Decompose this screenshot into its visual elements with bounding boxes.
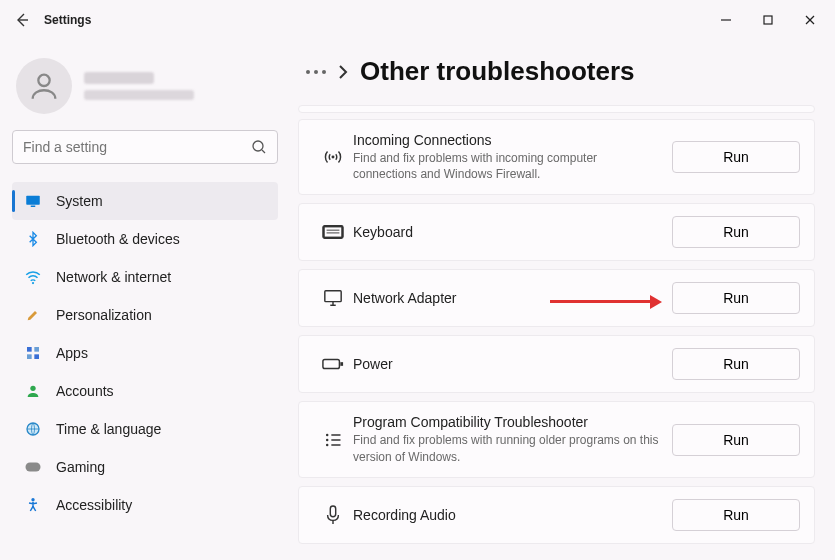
sidebar-item-label: Time & language xyxy=(56,421,161,437)
sidebar-item-system[interactable]: System xyxy=(12,182,278,220)
svg-line-6 xyxy=(262,150,265,153)
person-icon xyxy=(24,382,42,400)
close-button[interactable] xyxy=(801,11,819,29)
main-panel: Other troubleshooters Incoming Connectio… xyxy=(290,40,835,560)
monitor-icon xyxy=(24,192,42,210)
card-description: Find and fix problems with incoming comp… xyxy=(353,150,660,182)
search-input[interactable] xyxy=(23,139,251,155)
minimize-button[interactable] xyxy=(717,11,735,29)
brush-icon xyxy=(24,306,42,324)
sidebar-item-accessibility[interactable]: Accessibility xyxy=(12,486,278,524)
sidebar-item-label: Personalization xyxy=(56,307,152,323)
troubleshooter-network-adapter: Network Adapter Run xyxy=(298,269,815,327)
gamepad-icon xyxy=(24,458,42,476)
run-button[interactable]: Run xyxy=(672,348,800,380)
card-description: Find and fix problems with running older… xyxy=(353,432,660,464)
window-controls xyxy=(717,11,827,29)
card-title: Recording Audio xyxy=(353,507,660,523)
chevron-right-icon xyxy=(338,65,348,79)
run-button[interactable]: Run xyxy=(672,216,800,248)
card-title: Keyboard xyxy=(353,224,660,240)
svg-rect-27 xyxy=(340,363,343,367)
sidebar-item-gaming[interactable]: Gaming xyxy=(12,448,278,486)
svg-point-30 xyxy=(326,443,329,446)
keyboard-icon xyxy=(313,224,353,240)
svg-point-28 xyxy=(326,433,329,436)
svg-rect-23 xyxy=(325,291,341,302)
svg-point-18 xyxy=(332,156,335,159)
sidebar-item-label: Gaming xyxy=(56,459,105,475)
troubleshooter-power: Power Run xyxy=(298,335,815,393)
svg-point-14 xyxy=(30,386,35,391)
troubleshooter-incoming-connections: Incoming Connections Find and fix proble… xyxy=(298,119,815,195)
troubleshooter-recording-audio: Recording Audio Run xyxy=(298,486,815,544)
battery-icon xyxy=(313,357,353,371)
run-button[interactable]: Run xyxy=(672,499,800,531)
bluetooth-icon xyxy=(24,230,42,248)
sidebar-item-time-language[interactable]: Time & language xyxy=(12,410,278,448)
avatar xyxy=(16,58,72,114)
list-icon xyxy=(313,430,353,450)
breadcrumb-more-icon[interactable] xyxy=(306,70,326,74)
run-button[interactable]: Run xyxy=(672,282,800,314)
sidebar-item-label: System xyxy=(56,193,103,209)
window-title: Settings xyxy=(44,13,91,27)
svg-rect-20 xyxy=(325,228,342,237)
svg-rect-26 xyxy=(323,360,340,369)
globe-icon xyxy=(24,420,42,438)
sidebar-item-label: Network & internet xyxy=(56,269,171,285)
page-header: Other troubleshooters xyxy=(306,56,815,87)
card-title: Power xyxy=(353,356,660,372)
sidebar-item-accounts[interactable]: Accounts xyxy=(12,372,278,410)
profile-text xyxy=(84,72,194,100)
search-icon xyxy=(251,139,267,155)
run-button[interactable]: Run xyxy=(672,424,800,456)
svg-rect-8 xyxy=(31,206,36,208)
card-title: Incoming Connections xyxy=(353,132,660,148)
svg-rect-10 xyxy=(27,347,32,352)
search-box[interactable] xyxy=(12,130,278,164)
troubleshooter-keyboard: Keyboard Run xyxy=(298,203,815,261)
card-title: Program Compatibility Troubleshooter xyxy=(353,414,660,430)
profile-block[interactable] xyxy=(12,50,278,130)
svg-rect-11 xyxy=(34,347,39,352)
svg-point-5 xyxy=(253,141,263,151)
svg-rect-12 xyxy=(27,354,32,359)
sidebar-item-apps[interactable]: Apps xyxy=(12,334,278,372)
sidebar-item-label: Accounts xyxy=(56,383,114,399)
svg-point-4 xyxy=(38,75,49,86)
card-sliver-top xyxy=(298,105,815,113)
card-title: Network Adapter xyxy=(353,290,660,306)
run-button[interactable]: Run xyxy=(672,141,800,173)
troubleshooter-program-compatibility: Program Compatibility Troubleshooter Fin… xyxy=(298,401,815,477)
svg-rect-7 xyxy=(26,196,40,205)
back-button[interactable] xyxy=(8,6,36,34)
page-title: Other troubleshooters xyxy=(360,56,634,87)
svg-rect-34 xyxy=(330,506,335,517)
accessibility-icon xyxy=(24,496,42,514)
sidebar: System Bluetooth & devices Network & int… xyxy=(0,40,290,560)
wifi-icon xyxy=(24,268,42,286)
sidebar-item-network[interactable]: Network & internet xyxy=(12,258,278,296)
maximize-button[interactable] xyxy=(759,11,777,29)
svg-point-29 xyxy=(326,438,329,441)
apps-icon xyxy=(24,344,42,362)
sidebar-item-label: Apps xyxy=(56,345,88,361)
sidebar-item-personalization[interactable]: Personalization xyxy=(12,296,278,334)
sidebar-item-label: Accessibility xyxy=(56,497,132,513)
sidebar-item-label: Bluetooth & devices xyxy=(56,231,180,247)
broadcast-icon xyxy=(313,146,353,168)
display-icon xyxy=(313,288,353,308)
svg-point-9 xyxy=(32,282,34,284)
svg-rect-1 xyxy=(764,16,772,24)
svg-rect-16 xyxy=(26,463,41,472)
svg-point-17 xyxy=(31,498,34,501)
sidebar-item-bluetooth[interactable]: Bluetooth & devices xyxy=(12,220,278,258)
titlebar: Settings xyxy=(0,0,835,40)
svg-rect-13 xyxy=(34,354,39,359)
mic-icon xyxy=(313,504,353,526)
